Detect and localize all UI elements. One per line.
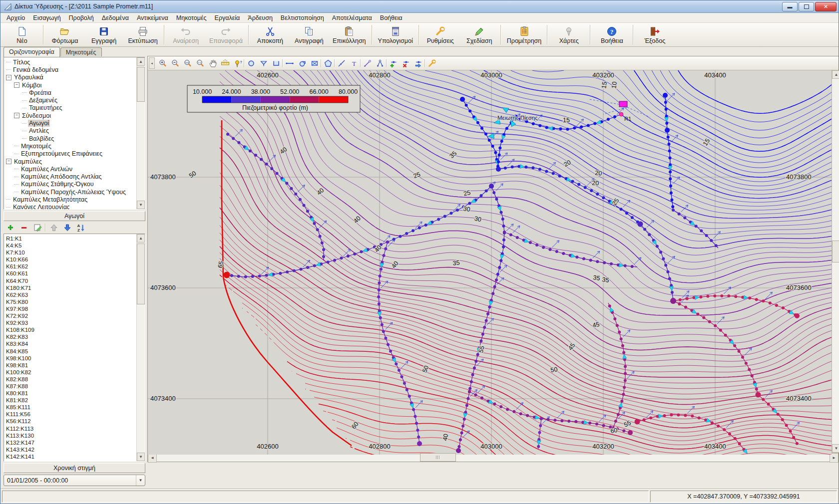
menu-item-1[interactable]: Εισαγωγή [29, 14, 64, 22]
expand-icon[interactable]: − [6, 159, 11, 164]
map-tool-slope-line[interactable] [335, 57, 348, 69]
pipe-list-item[interactable]: K140:K141 [6, 460, 136, 461]
toolbar-button-save[interactable]: Εγγραφή [84, 23, 123, 46]
pipe-list-item[interactable]: K112:K113 [6, 425, 136, 432]
menu-item-3[interactable]: Δεδομένα [98, 14, 133, 22]
map-tool-measure-line[interactable] [361, 57, 374, 69]
map-tool-reservoir[interactable] [270, 57, 282, 69]
pipes-remove-button[interactable] [18, 222, 29, 233]
pipe-list-item[interactable]: K80:K81 [6, 390, 136, 397]
pipe-list-item[interactable]: K60:K61 [6, 270, 136, 277]
toolbar-button-measure[interactable]: Προμέτρηση [503, 23, 546, 46]
toolbar-button-settings[interactable]: Ρυθμίσεις [421, 23, 460, 46]
menu-item-2[interactable]: Προβολή [65, 14, 98, 22]
menu-item-7[interactable]: Άρδευση [244, 14, 277, 22]
tree-item[interactable]: Μηκοτομές [4, 142, 136, 150]
pipe-list-item[interactable]: K111:K56 [6, 411, 136, 418]
pipe-list-item[interactable]: K92:K93 [6, 319, 136, 326]
minimize-button[interactable]: ▬ [782, 2, 798, 11]
time-combobox[interactable]: 01/01/2005 - 00:00:00 ▼ [3, 475, 145, 486]
map-tool-zoom-in[interactable] [156, 57, 169, 69]
close-button[interactable]: ✕ [815, 2, 837, 11]
title-bar[interactable]: Δίκτυα Ύδρευσης - [Z:\2011 Sample Promet… [0, 0, 839, 13]
tree-item[interactable]: Καμπύλες Μεταβλητότητας [4, 196, 136, 203]
map-tool-move-node[interactable] [412, 57, 424, 69]
menu-item-5[interactable]: Μηκοτομές [172, 14, 211, 22]
map-vertical-scrollbar[interactable]: ▲ ▼ [832, 70, 839, 453]
toolbar-button-help[interactable]: ?Βοήθεια [592, 23, 631, 46]
pipes-up-button[interactable] [48, 222, 59, 233]
tree-scrollbar[interactable]: ▲ ▼ [136, 57, 145, 209]
pipe-list-item[interactable]: K97:K98 [6, 305, 136, 312]
pipe-list-item[interactable]: K113:K130 [6, 432, 136, 439]
map-tool-text[interactable]: T [348, 57, 360, 69]
tree-item[interactable]: −Υδραυλικά [4, 74, 136, 81]
toolbar-button-redo[interactable]: Επαναφορά [205, 23, 247, 46]
tree-item[interactable]: Ταμιευτήρες [4, 104, 136, 112]
map-tool-delete-node[interactable] [400, 57, 412, 69]
pipe-list-item[interactable]: K56:K112 [6, 418, 136, 425]
menu-item-0[interactable]: Αρχείο [2, 14, 29, 22]
map-horizontal-scrollbar[interactable]: ◄ ► [148, 453, 839, 462]
pipe-list-item[interactable]: K108:K109 [6, 326, 136, 333]
expand-icon[interactable]: − [14, 82, 19, 88]
maximize-button[interactable] [799, 2, 814, 11]
pipe-list-item[interactable]: K7:K10 [6, 249, 136, 256]
tree-item[interactable]: Φρεάτια [4, 89, 136, 96]
scroll-up-icon[interactable]: ▲ [137, 57, 145, 66]
map-tool-hydrant[interactable] [257, 57, 270, 69]
pipe-list-item[interactable]: K98:K100 [6, 355, 136, 362]
menu-item-8[interactable]: Βελτιστοποίηση [277, 14, 328, 22]
tree-item[interactable]: Εξυπηρετούμενες Επιφάνειες [4, 150, 136, 158]
expand-icon[interactable]: − [6, 75, 11, 80]
toolbar-button-copy[interactable]: Αντιγραφή [290, 23, 329, 46]
pipe-list-item[interactable]: K62:K63 [6, 291, 136, 298]
tree-item[interactable]: Κανόνες Λειτουργίας [4, 204, 136, 209]
pipes-sort-button[interactable]: AZ [75, 222, 86, 233]
tree-item[interactable]: Καμπύλες Παροχής-Απώλειας Ύψους [4, 188, 136, 196]
tree-item[interactable]: −Σύνδεσμοι [4, 112, 136, 119]
toolbar-button-open[interactable]: Φόρτωμα [45, 23, 84, 46]
map-tool-add-node[interactable] [387, 57, 400, 69]
pipe-list-item[interactable]: R1:K1 [6, 235, 136, 242]
pipes-down-button[interactable] [61, 222, 73, 233]
pipe-list-item[interactable]: K4:K5 [6, 242, 136, 249]
toolbar-button-calc[interactable]: Υπολογισμοί [374, 23, 417, 46]
pipes-edit-button[interactable] [31, 222, 43, 233]
pipe-list-item[interactable]: K10:K66 [6, 256, 136, 263]
map-tool-wrench[interactable] [425, 57, 438, 69]
map-hscroll-thumb[interactable] [420, 453, 456, 462]
scroll-down-icon[interactable]: ▼ [137, 453, 145, 461]
menu-item-10[interactable]: Βοήθεια [376, 14, 407, 22]
scroll-down-icon[interactable]: ▼ [832, 444, 839, 453]
tree-scroll-thumb[interactable] [137, 67, 145, 102]
pipe-scroll-thumb[interactable] [137, 244, 145, 304]
toolbar-button-maps[interactable]: Χάρτες [549, 23, 588, 46]
pipe-list-scrollbar[interactable]: ▲ ▼ [136, 234, 145, 461]
pipe-list-item[interactable]: K142:K141 [6, 453, 136, 460]
tab-profiles[interactable]: Μηκοτομές [60, 47, 102, 56]
scroll-down-icon[interactable]: ▼ [137, 201, 145, 209]
pipe-list-item[interactable]: K143:K142 [6, 446, 136, 453]
scroll-up-icon[interactable]: ▲ [137, 234, 145, 243]
tree-item[interactable]: Καμπύλες Στάθμης-Όγκου [4, 181, 136, 188]
pipe-list-item[interactable]: K81:K82 [6, 397, 136, 404]
map-vscroll-thumb[interactable] [832, 241, 839, 262]
map-tool-branch[interactable] [374, 57, 386, 69]
map-tool-zoom-fit[interactable]: 1:1 [194, 57, 206, 69]
tree-item[interactable]: −Κόμβοι [4, 81, 136, 89]
tree-item[interactable]: Αντλίες [4, 127, 136, 135]
tree-item[interactable]: Γενικά δεδομένα [4, 66, 136, 73]
pipe-list-item[interactable]: K75:K80 [6, 298, 136, 305]
pipe-list-item[interactable]: K82:K83 [6, 333, 136, 340]
pipe-list-item[interactable]: K85:K111 [6, 404, 136, 411]
map-tool-pipe[interactable] [283, 57, 296, 69]
pipe-list-item[interactable]: K64:K70 [6, 277, 136, 284]
pipe-list-item[interactable]: K84:K85 [6, 348, 136, 355]
tree-item[interactable]: Τίτλος [4, 58, 136, 66]
tree-item[interactable]: Δεξαμενές [4, 96, 136, 104]
toolbar-button-new[interactable]: Νέο [2, 23, 41, 46]
expand-icon[interactable]: − [14, 113, 19, 118]
toolbar-button-exit[interactable]: Έξοδος [635, 23, 674, 46]
pipe-list-item[interactable]: K98:K81 [6, 362, 136, 369]
